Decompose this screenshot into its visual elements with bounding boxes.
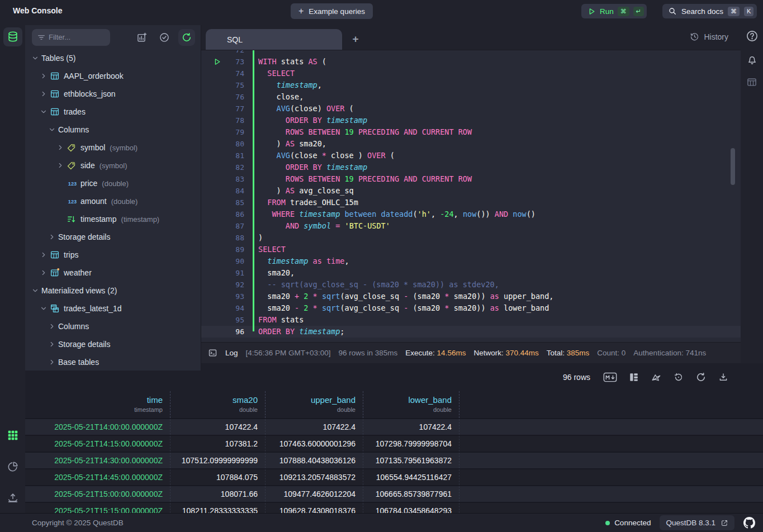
code-line-74[interactable]: 74 SELECT — [201, 68, 741, 79]
table-cell[interactable]: 107422.4 — [266, 419, 363, 435]
tab-sql[interactable]: SQL — [206, 29, 342, 50]
code-line-81[interactable]: 81 AVG(close * close ) OVER ( — [201, 150, 741, 162]
example-queries-button[interactable]: + Example queries — [291, 3, 373, 19]
code-line-84[interactable]: 84 ) AS avg_close_sq — [201, 185, 741, 197]
chevron-right-icon[interactable] — [40, 73, 50, 79]
table-cell[interactable]: 109213.20574883572 — [266, 469, 363, 485]
panel-icon[interactable] — [746, 77, 757, 88]
table-cell[interactable]: 107381.2 — [170, 436, 266, 452]
code-line-77[interactable]: 77 AVG(close) OVER ( — [201, 103, 741, 115]
download-results-button[interactable] — [718, 372, 728, 382]
tree-item-base-tables[interactable]: Base tables — [25, 353, 201, 371]
chevron-right-icon[interactable] — [40, 91, 50, 97]
editor-scrollbar[interactable] — [731, 148, 735, 185]
sql-editor[interactable]: 7273WITH stats AS (74 SELECT75 timestamp… — [201, 50, 741, 342]
tree-item-price[interactable]: 123price(double) — [25, 174, 201, 192]
table-cell[interactable]: 107888.40438036126 — [266, 453, 363, 468]
chevron-right-icon[interactable] — [57, 162, 67, 169]
layout-grid-button[interactable] — [629, 372, 639, 382]
rerun-query-button[interactable] — [674, 372, 684, 382]
table-cell[interactable]: 2025-05-21T14:30:00.000000Z — [25, 453, 170, 468]
add-metrics-button[interactable] — [134, 29, 150, 46]
table-cell[interactable]: 106665.85739877961 — [363, 486, 459, 502]
visualize-button[interactable] — [651, 372, 662, 383]
table-cell[interactable]: 2025-05-21T14:15:00.000000Z — [25, 436, 170, 452]
tree-item-materialized-views-2[interactable]: Materialized views (2) — [25, 282, 201, 300]
tree-item-tables-5[interactable]: Tables (5) — [25, 49, 201, 67]
pie-icon[interactable] — [3, 457, 22, 476]
code-line-73[interactable]: 73WITH stats AS ( — [201, 56, 741, 68]
chevron-right-icon[interactable] — [40, 251, 50, 258]
reload-schema-button[interactable] — [178, 29, 195, 46]
chevron-down-icon[interactable] — [49, 126, 58, 133]
question-icon[interactable] — [746, 30, 759, 42]
code-line-72[interactable]: 72 — [201, 50, 741, 56]
upload-icon[interactable] — [3, 488, 22, 507]
tree-item-storage-details[interactable]: Storage details — [25, 228, 201, 246]
code-line-85[interactable]: 85 FROM trades_OHLC_15m — [201, 197, 741, 208]
code-line-92[interactable]: 92 -- sqrt(avg_close_sq - (sma20 * sma20… — [201, 279, 741, 291]
tree-item-trades[interactable]: trades — [25, 103, 201, 121]
chevron-right-icon[interactable] — [49, 359, 58, 365]
tree-item-storage-details[interactable]: Storage details — [25, 335, 201, 353]
table-cell[interactable]: 107884.075 — [170, 469, 266, 485]
chevron-down-icon[interactable] — [40, 108, 50, 115]
tree-item-trips[interactable]: trips — [25, 246, 201, 264]
table-cell[interactable]: 107512.09999999999 — [170, 453, 266, 468]
run-button[interactable]: Run ⌘ ↵ — [581, 4, 647, 18]
table-cell[interactable]: 107463.60000001296 — [266, 436, 363, 452]
chevron-right-icon[interactable] — [49, 323, 58, 330]
table-cell[interactable]: 106784.03458648293 — [363, 503, 459, 513]
bell-icon[interactable] — [746, 54, 758, 65]
table-cell[interactable]: 109477.4626012204 — [266, 486, 363, 502]
code-line-78[interactable]: 78 ORDER BY timestamp — [201, 115, 741, 126]
run-query-glyph-icon[interactable] — [213, 58, 221, 66]
chevron-right-icon[interactable] — [57, 144, 67, 151]
chevron-right-icon[interactable] — [49, 234, 58, 240]
chevron-right-icon[interactable] — [49, 341, 58, 348]
table-cell[interactable]: 108071.66 — [170, 486, 266, 502]
column-header-time[interactable]: timetimestamp — [25, 391, 170, 418]
code-line-83[interactable]: 83 ROWS BETWEEN 19 PRECEDING AND CURRENT… — [201, 173, 741, 185]
tree-item-ethblocks-json[interactable]: ethblocks_json — [25, 85, 201, 103]
tree-item-symbol[interactable]: symbol(symbol) — [25, 139, 201, 156]
column-header-upper-band[interactable]: upper_banddouble — [266, 391, 363, 418]
table-cell[interactable]: 108211.28333333335 — [170, 503, 266, 513]
tree-item-timestamp[interactable]: timestamp(timestamp) — [25, 210, 201, 228]
column-header-sma20[interactable]: sma20double — [170, 391, 266, 418]
code-line-80[interactable]: 80 ) AS sma20, — [201, 138, 741, 150]
table-cell[interactable]: 107422.4 — [363, 419, 459, 435]
table-cell[interactable]: 107135.79561963872 — [363, 453, 459, 468]
version-button[interactable]: QuestDB 8.3.1 — [660, 515, 734, 530]
table-cell[interactable]: 2025-05-21T14:00:00.000000Z — [25, 419, 170, 435]
code-line-75[interactable]: 75 timestamp, — [201, 79, 741, 91]
chevron-down-icon[interactable] — [32, 287, 41, 294]
table-cell[interactable]: 107298.79999998704 — [363, 436, 459, 452]
code-line-82[interactable]: 82 ORDER BY timestamp — [201, 162, 741, 173]
new-tab-button[interactable]: + — [349, 32, 362, 46]
markdown-download-button[interactable] — [603, 372, 617, 382]
code-line-86[interactable]: 86 WHERE timestamp between dateadd('h', … — [201, 208, 741, 220]
tree-item-columns[interactable]: Columns — [25, 317, 201, 335]
table-cell[interactable]: 106554.94425116427 — [363, 469, 459, 485]
table-cell[interactable]: 2025-05-21T14:45:00.000000Z — [25, 469, 170, 485]
tree-item-trades-latest-1d[interactable]: trades_latest_1d — [25, 300, 201, 317]
code-line-91[interactable]: 91 sma20, — [201, 267, 741, 279]
tree-item-aapl-orderbook[interactable]: AAPL_orderbook — [25, 67, 201, 85]
search-docs-button[interactable]: Search docs ⌘ K — [662, 4, 757, 18]
tree-item-side[interactable]: side(symbol) — [25, 156, 201, 174]
suspended-filter-button[interactable] — [156, 29, 173, 46]
chevron-right-icon[interactable] — [40, 269, 50, 276]
tree-item-columns[interactable]: Columns — [25, 121, 201, 139]
code-line-96[interactable]: 96ORDER BY timestamp; — [201, 326, 741, 338]
history-button[interactable]: History — [690, 32, 728, 41]
code-line-90[interactable]: 90 timestamp as time, — [201, 255, 741, 267]
table-cell[interactable]: 107422.4 — [170, 419, 266, 435]
table-cell[interactable]: 2025-05-21T15:00:00.000000Z — [25, 486, 170, 502]
code-line-95[interactable]: 95FROM stats — [201, 314, 741, 326]
tree-item-amount[interactable]: 123amount(double) — [25, 192, 201, 210]
github-icon[interactable] — [743, 517, 755, 529]
code-line-93[interactable]: 93 sma20 + 2 * sqrt(avg_close_sq - (sma2… — [201, 291, 741, 302]
code-line-88[interactable]: 88) — [201, 232, 741, 244]
code-line-94[interactable]: 94 sma20 - 2 * sqrt(avg_close_sq - (sma2… — [201, 302, 741, 314]
